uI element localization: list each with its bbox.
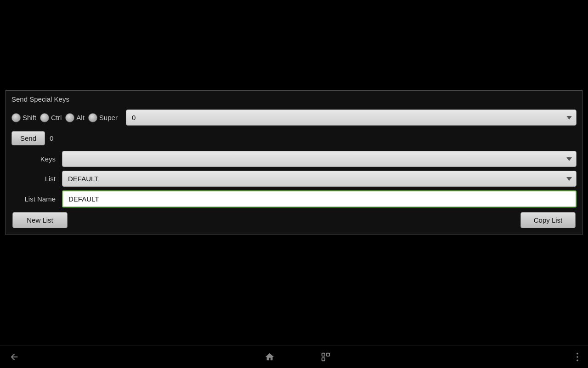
shift-modifier: Shift [11, 113, 36, 122]
send-special-keys-panel: Send Special Keys Shift Ctrl Alt Super 0… [6, 90, 582, 235]
list-row: List DEFAULT [11, 171, 577, 187]
home-button[interactable] [265, 352, 275, 362]
svg-point-3 [577, 352, 578, 354]
new-list-button[interactable]: New List [12, 212, 68, 228]
shift-label: Shift [23, 114, 36, 121]
modifiers-row: Shift Ctrl Alt Super 0 1 2 F1 F2 Enter E… [11, 109, 577, 126]
ctrl-radio[interactable] [40, 113, 49, 122]
list-name-input[interactable] [62, 190, 577, 207]
send-display-value: 0 [50, 134, 53, 142]
key-dropdown[interactable]: 0 1 2 F1 F2 Enter Escape Tab Backspace [126, 109, 577, 126]
list-name-label: List Name [11, 195, 62, 203]
ctrl-modifier: Ctrl [40, 113, 62, 122]
alt-radio[interactable] [65, 113, 74, 122]
send-row: Send 0 [11, 131, 577, 145]
back-button[interactable] [9, 352, 19, 362]
list-dropdown[interactable]: DEFAULT [62, 171, 577, 187]
list-label: List [11, 175, 62, 183]
overflow-menu-button[interactable] [576, 352, 579, 362]
nav-bar [0, 345, 588, 368]
list-dropdown-wrapper: DEFAULT [62, 171, 577, 187]
shift-radio[interactable] [11, 113, 21, 122]
svg-point-4 [577, 356, 578, 358]
buttons-row: New List Copy List [11, 212, 577, 228]
panel-title: Send Special Keys [11, 95, 577, 103]
keys-dropdown[interactable] [62, 151, 577, 167]
copy-list-button[interactable]: Copy List [520, 212, 576, 228]
svg-rect-0 [322, 353, 325, 356]
keys-label: Keys [11, 155, 62, 163]
ctrl-label: Ctrl [51, 114, 62, 121]
svg-rect-1 [327, 353, 329, 356]
list-name-row: List Name [11, 190, 577, 207]
keys-row: Keys [11, 151, 577, 167]
svg-point-5 [577, 359, 578, 361]
svg-rect-2 [322, 357, 325, 360]
keys-dropdown-wrapper [62, 151, 577, 167]
send-button[interactable]: Send [11, 131, 45, 145]
recents-button[interactable] [321, 352, 331, 362]
super-radio[interactable] [88, 113, 97, 122]
super-label: Super [99, 114, 118, 121]
super-modifier: Super [88, 113, 118, 122]
nav-center [265, 352, 331, 362]
alt-label: Alt [76, 114, 85, 121]
key-dropdown-wrapper: 0 1 2 F1 F2 Enter Escape Tab Backspace [126, 109, 577, 126]
alt-modifier: Alt [65, 113, 85, 122]
